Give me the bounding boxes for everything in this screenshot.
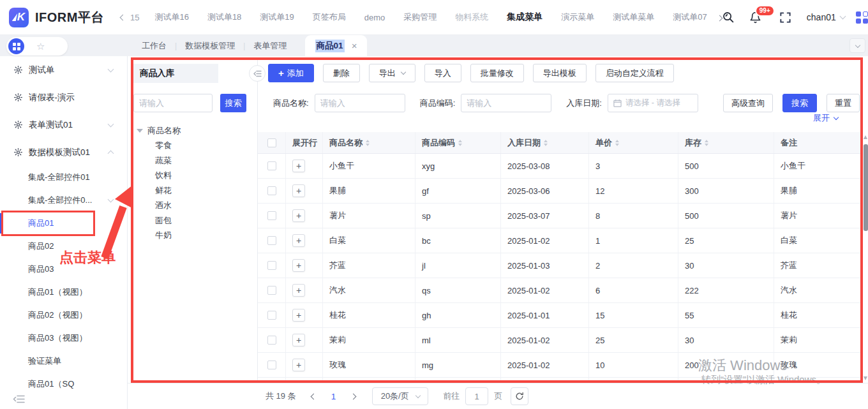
sort-asc-icon[interactable] <box>458 140 462 142</box>
column-header[interactable]: 单价 <box>589 132 678 153</box>
expand-row-button[interactable]: + <box>292 359 305 371</box>
next-page-button[interactable] <box>350 393 357 399</box>
sort-icons[interactable] <box>366 140 370 146</box>
filter-input[interactable] <box>315 98 405 108</box>
top-menu-item[interactable]: 测试单18 <box>207 11 241 23</box>
sidebar-item[interactable]: 测试单 <box>0 56 127 84</box>
row-checkbox[interactable] <box>267 286 276 295</box>
sort-desc-icon[interactable] <box>615 144 619 146</box>
top-menu-item[interactable]: 测试单19 <box>260 11 294 23</box>
apps-grid-icon[interactable] <box>856 11 868 24</box>
tab-workbench[interactable]: 工作台 <box>142 40 167 52</box>
sidebar-item[interactable]: 商品03（视图） <box>0 327 127 350</box>
tree-node[interactable]: 牛奶 <box>137 228 181 243</box>
toolbar-button[interactable]: + 导入 <box>424 64 461 82</box>
user-name[interactable]: chan01 <box>807 12 836 22</box>
tree-node[interactable]: 零食 <box>137 138 181 153</box>
filter-input-box[interactable]: 请输入 <box>461 94 551 112</box>
sort-desc-icon[interactable] <box>705 144 708 146</box>
expand-row-button[interactable]: + <box>292 209 305 222</box>
row-checkbox[interactable] <box>267 361 276 369</box>
goto-page-input[interactable] <box>465 387 488 405</box>
sidebar-item[interactable]: 集成-全部控件0... <box>0 189 127 212</box>
expand-row-button[interactable]: + <box>292 184 305 197</box>
notification-bell-icon[interactable]: 99+ <box>749 11 761 24</box>
expand-row-button[interactable]: + <box>292 309 305 322</box>
expand-row-button[interactable]: + <box>292 234 305 247</box>
column-header[interactable]: 备注 <box>774 132 863 153</box>
tree-root-node[interactable]: 商品名称 <box>137 124 181 138</box>
expand-row-button[interactable]: + <box>292 160 305 172</box>
sidebar-item[interactable]: 表单测试01 <box>0 111 127 138</box>
sort-desc-icon[interactable] <box>366 144 370 146</box>
tree-expand-caret-icon[interactable] <box>137 129 143 133</box>
sidebar-collapse-icon[interactable] <box>13 394 25 404</box>
tab-form-management[interactable]: 表单管理 <box>253 40 287 52</box>
expand-row-button[interactable]: + <box>292 334 305 346</box>
row-checkbox[interactable] <box>267 261 276 270</box>
favorite-star-icon[interactable]: ☆ <box>36 41 45 51</box>
sort-desc-icon[interactable] <box>458 144 462 146</box>
column-header[interactable]: 展开行 <box>286 132 323 153</box>
toolbar-button[interactable]: + 添加 <box>268 64 314 82</box>
sort-desc-icon[interactable] <box>544 144 548 146</box>
sort-asc-icon[interactable] <box>615 140 619 142</box>
column-header[interactable]: 商品编码 <box>415 132 501 153</box>
sidebar-item[interactable]: 请假表-演示 <box>0 84 127 111</box>
sort-icons[interactable] <box>458 140 462 146</box>
tree-node[interactable]: 面包 <box>137 213 181 228</box>
tab-data-template[interactable]: 数据模板管理 <box>185 40 235 52</box>
row-checkbox[interactable] <box>267 161 276 170</box>
sidebar-item[interactable]: 商品01（SQ <box>0 373 127 396</box>
row-checkbox[interactable] <box>267 311 276 320</box>
filter-input-box[interactable]: 请选择 - 请选择 <box>608 94 698 112</box>
advanced-query-button[interactable]: 高级查询 <box>723 94 773 112</box>
toolbar-button[interactable]: + 启动自定义流程 <box>595 64 674 82</box>
scroll-up-arrow-icon[interactable] <box>864 135 867 139</box>
row-checkbox[interactable] <box>267 211 276 220</box>
top-menu-item[interactable]: 测试单07 <box>673 11 707 23</box>
fullscreen-icon[interactable] <box>779 11 791 24</box>
row-checkbox[interactable] <box>267 186 276 195</box>
select-all-checkbox[interactable] <box>267 138 276 147</box>
top-menu-item[interactable]: 演示菜单 <box>561 11 594 23</box>
filter-input[interactable] <box>461 98 551 108</box>
panel-collapse-button[interactable] <box>249 65 266 82</box>
close-icon[interactable]: × <box>352 41 357 50</box>
column-header[interactable]: 商品名称 <box>323 132 415 153</box>
sort-icons[interactable] <box>705 140 708 146</box>
top-menu-item[interactable]: 采购管理 <box>403 11 437 23</box>
sidebar-item[interactable]: 商品01 <box>0 212 127 235</box>
table-scrollbar[interactable] <box>864 135 868 380</box>
tree-search-button[interactable]: 搜索 <box>220 94 246 112</box>
top-menu-item[interactable]: 集成菜单 <box>507 11 542 23</box>
tree-search-input[interactable] <box>133 94 213 112</box>
chevron-down-icon[interactable] <box>839 13 846 20</box>
nav-scroll-left[interactable]: 15 <box>121 13 139 22</box>
top-menu-item[interactable]: demo <box>364 13 385 22</box>
row-checkbox[interactable] <box>267 236 276 245</box>
sidebar-item[interactable]: 商品02（视图） <box>0 304 127 327</box>
prev-page-button[interactable] <box>310 393 317 399</box>
row-checkbox[interactable] <box>267 336 276 345</box>
refresh-button[interactable] <box>511 387 528 405</box>
nav-scroll-right[interactable] <box>717 13 722 22</box>
tree-node[interactable]: 鲜花 <box>137 183 181 198</box>
tab-active[interactable]: 商品01 × <box>305 35 367 56</box>
sidebar-item[interactable]: 商品01（视图） <box>0 281 127 304</box>
expand-row-button[interactable]: + <box>292 259 305 272</box>
expand-row-button[interactable]: + <box>292 284 305 297</box>
sidebar-item[interactable]: 集成-全部控件01 <box>0 166 127 189</box>
menu-grid-icon[interactable] <box>8 38 24 54</box>
tree-node[interactable]: 酒水 <box>137 198 181 213</box>
column-header[interactable]: 入库日期 <box>501 132 589 153</box>
sort-icons[interactable] <box>544 140 548 146</box>
tree-node[interactable]: 饮料 <box>137 168 181 183</box>
tab-list-dropdown-button[interactable] <box>849 38 865 53</box>
top-menu-item[interactable]: 物料系统 <box>455 11 488 23</box>
column-header[interactable]: 库存 <box>678 132 774 153</box>
top-menu-item[interactable]: 测试单16 <box>154 11 188 23</box>
sort-asc-icon[interactable] <box>366 140 370 142</box>
toolbar-button[interactable]: + 删除 <box>323 64 360 82</box>
sidebar-item[interactable]: 验证菜单 <box>0 350 127 373</box>
